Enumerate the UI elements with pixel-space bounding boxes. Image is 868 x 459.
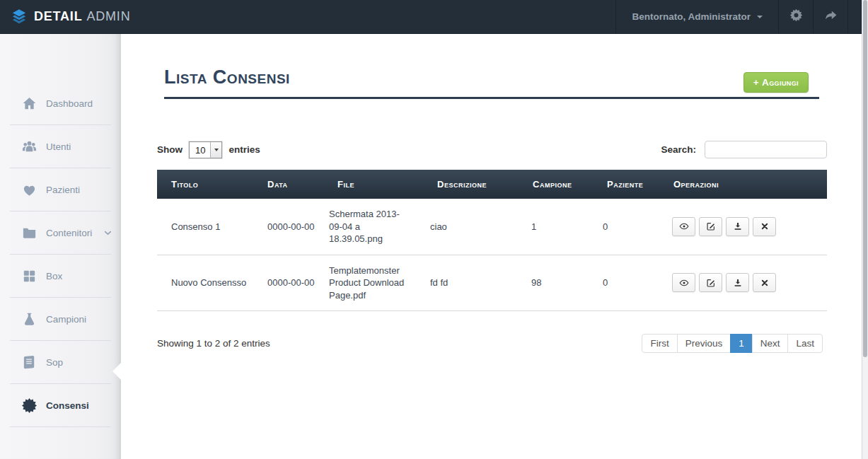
topbar: DETAIL ADMIN Bentornato, Administrator [0,0,868,34]
column-header-campione[interactable]: Campione [526,170,593,199]
cell-file: Templatemonster Product Download Page.pd… [322,255,423,311]
topbar-right: Bentornato, Administrator [615,0,848,33]
caret-down-icon [757,16,763,18]
cell-paziente: 0 [593,199,665,255]
sidebar-item-label: Dashboard [46,98,93,109]
cell-paziente: 0 [593,255,665,311]
table-footer: Showing 1 to 2 of 2 entries First Previo… [157,334,823,353]
search-label: Search: [661,144,696,155]
users-icon [21,139,37,155]
layers-logo-icon [10,8,28,26]
search-control: Search: [661,141,827,158]
cell-titolo: Consenso 1 [157,199,260,255]
eye-icon [683,226,685,228]
sidebar-item-consensi[interactable]: Consensi [0,384,121,427]
edit-button[interactable] [699,217,722,236]
select-arrow-icon [210,142,221,158]
x-icon [760,221,770,231]
main-content: Lista Consensi +Aggiungi Show 10 entries… [121,34,868,459]
cell-data: 0000-00-00 [260,255,322,311]
sidebar-item-label: Campioni [46,314,86,325]
pagination-next[interactable]: Next [752,334,789,353]
sidebar-item-label: Pazienti [46,185,80,195]
page-title: Lista Consensi [164,66,819,88]
chevron-down-icon [103,228,112,238]
column-header-titolo[interactable]: Titolo [157,170,260,199]
x-icon [760,278,770,288]
page-size-select[interactable]: 10 [189,141,222,158]
cell-data: 0000-00-00 [260,199,322,255]
download-icon [733,221,743,231]
user-menu-label: Bentornato, Administrator [632,11,751,22]
sidebar-item-utenti[interactable]: Utenti [0,125,121,168]
edit-icon [706,221,716,231]
brand-name-light: ADMIN [86,9,130,24]
scrollbar-track[interactable] [862,0,868,459]
pagination-previous[interactable]: Previous [677,334,731,353]
sidebar-item-box[interactable]: Box [0,255,121,298]
sidebar-item-contenitori[interactable]: Contenitori [0,211,121,255]
book-icon [21,354,37,371]
sidebar-item-dashboard[interactable]: Dashboard [0,82,121,125]
table-row: Consenso 1 0000-00-00 Schermata 2013-09-… [157,199,827,255]
sidebar-item-label: Sop [46,357,63,368]
scrollbar-thumb[interactable] [863,0,867,357]
sidebar: Dashboard Utenti Pazienti Contenitori Bo… [0,34,121,459]
download-button[interactable] [726,217,749,236]
page-size-value: 10 [190,142,210,158]
brand-name-bold: DETAIL [34,9,82,24]
delete-button[interactable] [753,273,776,292]
gear-icon [789,8,803,25]
plus-icon: + [753,77,759,88]
consensi-table: Titolo Data File Descrizione Campione Pa… [157,170,827,311]
edit-button[interactable] [699,273,722,292]
download-icon [733,278,743,288]
grid-icon [21,268,37,284]
cell-operazioni [665,255,827,311]
add-button-label: Aggiungi [762,77,799,88]
sidebar-item-campioni[interactable]: Campioni [0,298,121,341]
user-menu[interactable]: Bentornato, Administrator [615,0,779,33]
table-row: Nuovo Consensso 0000-00-00 Templatemonst… [157,255,827,311]
download-button[interactable] [726,273,749,292]
show-entries-control: Show 10 entries [157,141,260,158]
pagination-page-1[interactable]: 1 [730,334,753,353]
settings-button[interactable] [779,0,814,33]
cell-descrizione: ciao [423,199,526,255]
cell-campione: 98 [526,255,593,311]
column-header-paziente[interactable]: Paziente [593,170,665,199]
column-header-file[interactable]: File [322,170,423,199]
column-header-data[interactable]: Data [260,170,322,199]
sidebar-item-label: Consensi [46,400,89,411]
delete-button[interactable] [753,217,776,236]
sidebar-item-pazienti[interactable]: Pazienti [0,168,121,211]
page-header: Lista Consensi +Aggiungi [164,66,819,99]
sidebar-item-label: Contenitori [46,228,92,238]
share-arrow-icon [824,8,838,25]
brand[interactable]: DETAIL ADMIN [0,0,130,33]
column-header-descrizione[interactable]: Descrizione [423,170,526,199]
folder-icon [21,225,37,241]
show-label: Show [157,144,183,155]
entries-summary: Showing 1 to 2 of 2 entries [157,338,270,349]
gear-badge-icon [21,397,37,414]
view-button[interactable] [672,273,695,292]
cell-campione: 1 [526,199,593,255]
search-input[interactable] [705,141,827,158]
home-icon [21,95,37,112]
sidebar-item-sop[interactable]: Sop [0,341,121,384]
view-button[interactable] [672,217,695,236]
cell-titolo: Nuovo Consensso [157,255,260,311]
pagination-first[interactable]: First [642,334,677,353]
sidebar-item-label: Utenti [46,141,71,152]
edit-icon [706,278,716,288]
cell-file: Schermata 2013-09-04 a 18.39.05.png [322,199,423,255]
logout-button[interactable] [814,0,848,33]
active-item-arrow [112,363,121,380]
flask-icon [21,311,37,327]
sidebar-item-label: Box [46,271,62,281]
add-button[interactable]: +Aggiungi [743,72,809,93]
pagination: First Previous 1 Next Last [642,334,823,353]
pagination-last[interactable]: Last [787,334,823,353]
heart-icon [21,182,37,198]
